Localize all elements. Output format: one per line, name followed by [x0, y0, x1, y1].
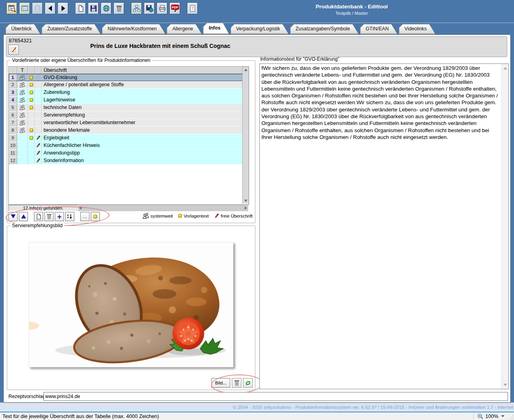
- delete-record-button[interactable]: [114, 2, 124, 14]
- move-up-button[interactable]: [19, 212, 28, 221]
- systemweit-icon: [20, 89, 25, 95]
- scroll-down-icon[interactable]: [502, 381, 508, 388]
- save-icon: [90, 4, 98, 12]
- tab-zusatzangaben-symbole[interactable]: Zusatzangaben/Symbole: [290, 24, 359, 35]
- tab-videolinks[interactable]: Videolinks: [399, 24, 436, 35]
- help-button[interactable]: ?: [187, 2, 198, 14]
- delete-image-button[interactable]: [232, 378, 241, 388]
- scroll-up-icon[interactable]: [243, 67, 249, 73]
- scroll-right-icon[interactable]: [245, 206, 247, 210]
- tab-label: Nährwerte/Kostformen: [102, 24, 165, 34]
- scroll-left-icon[interactable]: [79, 206, 82, 210]
- cell-vorlagentext: [28, 104, 35, 111]
- sort-headings-button[interactable]: [65, 212, 74, 221]
- info-text-content[interactable]: fWir sichern zu, dass die von uns gelief…: [261, 65, 500, 388]
- tab-allergene[interactable]: Allergene: [167, 24, 202, 35]
- add-heading-button[interactable]: +: [55, 212, 64, 221]
- pdf-export-button[interactable]: PDF: [169, 2, 180, 14]
- save-button[interactable]: [88, 2, 99, 14]
- print-icon: [158, 4, 166, 12]
- table-header: T Überschrift: [9, 67, 243, 74]
- heading-label: verantwortlicher Lebensmittelunternehmer: [42, 119, 243, 126]
- table-horizontal-scrollbar[interactable]: [78, 205, 248, 211]
- cell-vorlagentext: [28, 89, 35, 96]
- product-header: 87654321 Prins de Luxe Hackbraten mit ei…: [6, 36, 507, 57]
- vorlagentext-icon: [178, 214, 182, 218]
- row-number: 1: [9, 74, 17, 81]
- table-row[interactable]: 10Küchenfachlicher Hinweis: [9, 142, 243, 149]
- tab-infos[interactable]: Infos: [203, 23, 229, 35]
- delete-heading-button[interactable]: [44, 212, 54, 221]
- zoom-control[interactable]: 100%: [473, 412, 510, 420]
- move-down-button[interactable]: [8, 212, 18, 221]
- window-subtitle: Testpdb / Master: [300, 11, 404, 16]
- tab-überblick[interactable]: Überblick: [6, 24, 40, 35]
- table-row[interactable]: 5technische Daten: [9, 104, 243, 111]
- scroll-up-icon[interactable]: [502, 65, 508, 71]
- window-title: Produktdatenbank - Edittool: [300, 4, 404, 10]
- column-header-t: T: [17, 67, 28, 74]
- zoom-level: 100%: [485, 413, 498, 419]
- recipe-input[interactable]: [44, 392, 508, 401]
- table-row[interactable]: 3Zubereitung: [9, 89, 243, 96]
- vorlage-dot-button[interactable]: [91, 212, 100, 221]
- disabled-action-button: [32, 2, 43, 14]
- pdf-icon: PDF: [171, 4, 179, 13]
- trash-icon: [115, 4, 123, 12]
- info-text-scrollbar[interactable]: [501, 64, 508, 389]
- table-row[interactable]: 7verantwortlicher Lebensmittelunternehme…: [9, 119, 243, 127]
- bild-button[interactable]: Bild...: [211, 378, 230, 388]
- table-row[interactable]: 9Ergiebigkeit: [9, 134, 243, 142]
- main-toolbar: PDF ?: [6, 2, 200, 14]
- table-vertical-scrollbar[interactable]: [242, 67, 249, 204]
- structure-button[interactable]: [131, 2, 142, 14]
- search-form-button[interactable]: [6, 2, 17, 14]
- table-view-button[interactable]: [19, 2, 30, 14]
- row-number: 5: [9, 104, 17, 111]
- scroll-down-icon[interactable]: [243, 198, 249, 204]
- nav-forward-button[interactable]: [58, 2, 68, 14]
- save-web-button[interactable]: [144, 2, 155, 14]
- print-button[interactable]: [157, 2, 167, 14]
- title-bar: PDF ? Produktdatenbank - Edittool Testpd…: [0, 0, 514, 23]
- info-text-area[interactable]: fWir sichern zu, dass die von uns gelief…: [259, 63, 509, 389]
- table-view-icon: [21, 4, 29, 12]
- cell-vorlagentext: [28, 134, 35, 141]
- heading-label: Allergene / potentiell allergene Stoffe: [42, 81, 243, 88]
- serving-image-panel: Servierempfehlungsbild: [7, 226, 255, 390]
- tab-label: Überblick: [6, 24, 40, 34]
- more-options-button[interactable]: ...: [80, 212, 90, 221]
- nav-back-button[interactable]: [45, 2, 56, 14]
- tab-gtin-ean[interactable]: GTIN/EAN: [360, 24, 398, 35]
- tab-nährwerte-kostformen[interactable]: Nährwerte/Kostformen: [102, 24, 165, 35]
- trash-small-icon: [46, 214, 52, 220]
- serving-image: [29, 242, 233, 367]
- headings-panel-title: Vordefinierte oder eigene Überschriften …: [10, 57, 152, 63]
- edit-product-button[interactable]: [8, 45, 19, 55]
- tab-zutaten-zusatzstoffe[interactable]: Zutaten/Zusatzstoffe: [42, 24, 101, 35]
- legend-frei: freie Überschrift: [214, 213, 253, 219]
- table-row[interactable]: 1GVO-Erklärung: [9, 74, 243, 81]
- new-record-button[interactable]: [75, 2, 86, 14]
- meatloaf-photo: [29, 242, 232, 366]
- cell-vorlagentext: [28, 111, 35, 119]
- tab-label: GTIN/EAN: [361, 24, 397, 34]
- zoom-magnifier-icon: [477, 413, 484, 420]
- heading-label: Ergiebigkeit: [42, 134, 243, 141]
- refresh-image-button[interactable]: [243, 378, 253, 388]
- table-row[interactable]: 2Allergene / potentiell allergene Stoffe: [9, 81, 243, 89]
- serving-image-title: Servierempfehlungsbild: [10, 223, 64, 228]
- info-text-title: Informationstext für "GVO-Erklärung": [260, 56, 339, 62]
- table-row[interactable]: 4Lagerhinweise: [9, 96, 243, 104]
- table-row[interactable]: 6Servierempfehlung: [9, 111, 243, 119]
- row-number: 4: [9, 96, 17, 103]
- cell-vorlagentext: [28, 127, 35, 134]
- tab-verpackung-logistik[interactable]: Verpackung/Logistik: [231, 24, 289, 35]
- web-globe-button[interactable]: [101, 2, 112, 14]
- table-row[interactable]: 8besondere Merkmale: [9, 127, 243, 134]
- table-row[interactable]: 11Anwendungstipp: [9, 149, 243, 157]
- table-row[interactable]: 12Sonderinformation: [9, 157, 243, 164]
- systemweit-icon: [20, 75, 25, 80]
- freie-ueberschrift-icon: [36, 158, 40, 163]
- new-heading-button[interactable]: [34, 212, 43, 221]
